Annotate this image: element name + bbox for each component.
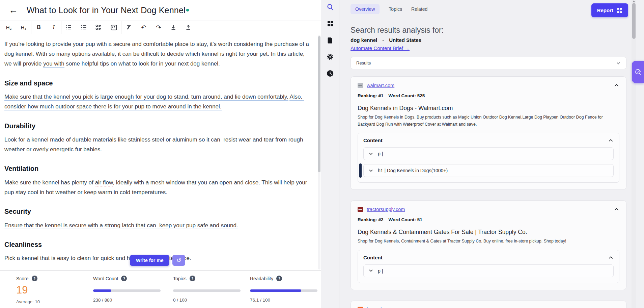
ai-writer-popup: Write for me ↺ bbox=[130, 255, 185, 266]
editor-scrollbar[interactable] bbox=[318, 35, 320, 270]
editor-scrollbar-thumb[interactable] bbox=[318, 36, 320, 172]
result-domain-link[interactable]: walmart.com bbox=[367, 83, 394, 88]
italic-button[interactable]: I bbox=[46, 21, 61, 34]
results-dropdown[interactable]: Results bbox=[351, 57, 626, 69]
content-tag-row[interactable]: p | bbox=[363, 147, 614, 160]
editor-heading: Durability bbox=[4, 120, 309, 132]
tractorsupply-favicon bbox=[358, 207, 363, 212]
editor-paragraph: Make sure the kennel has plenty of air f… bbox=[4, 178, 309, 197]
editor-paragraph: If you're looking to provide your pup wi… bbox=[4, 39, 309, 69]
rank-row: Ranking: #1 Word Count: 525 bbox=[358, 93, 619, 98]
task-list-icon[interactable] bbox=[91, 21, 106, 34]
text-segment: Look for a kennel made of durable materi… bbox=[4, 136, 305, 153]
blockquote-icon[interactable] bbox=[106, 21, 121, 34]
ai-undo-button[interactable]: ↺ bbox=[172, 255, 185, 266]
chevron-up-icon[interactable] bbox=[614, 206, 619, 212]
content-tag-row[interactable]: p | bbox=[363, 264, 614, 277]
chevron-up-icon[interactable] bbox=[608, 137, 614, 143]
query-region: United States bbox=[389, 37, 421, 43]
ordered-list-icon[interactable] bbox=[76, 21, 91, 34]
ai-assistant-fab[interactable] bbox=[632, 61, 644, 83]
editor-body[interactable]: If you're looking to provide your pup wi… bbox=[0, 34, 318, 270]
optimization-suggestion[interactable]: Make sure that the kennel you pick is la… bbox=[4, 94, 288, 101]
help-icon[interactable]: ? bbox=[32, 276, 37, 281]
document-editor: ← What to Look for in Your Next Dog Kenn… bbox=[0, 0, 321, 308]
search-icon[interactable] bbox=[326, 3, 335, 11]
card-header: tractorsupply.com bbox=[358, 206, 619, 212]
word-count-label: Word Count bbox=[93, 276, 118, 281]
readability-label: Readability bbox=[250, 276, 273, 281]
optimization-suggestion[interactable]: you with bbox=[43, 60, 64, 68]
tab-overview[interactable]: Overview bbox=[351, 4, 380, 14]
tab-topics[interactable]: Topics bbox=[389, 6, 402, 12]
back-arrow-icon[interactable]: ← bbox=[9, 6, 18, 15]
word-count-value: Word Count: 51 bbox=[389, 217, 422, 222]
card-header: homedepot.com bbox=[358, 307, 619, 308]
result-domain-link[interactable]: tractorsupply.com bbox=[367, 207, 405, 212]
redo-icon[interactable]: ↷ bbox=[151, 21, 166, 34]
result-description: Shop for Dog Kennels in Dogs. Buy produc… bbox=[358, 114, 619, 128]
readability-value: 76.1 / 100 bbox=[250, 298, 324, 303]
panel-scrollbar[interactable] bbox=[632, 0, 636, 308]
spellcheck-flag[interactable]: air flow bbox=[95, 179, 113, 186]
undo-icon[interactable]: ↶ bbox=[136, 21, 151, 34]
chevron-up-icon[interactable] bbox=[614, 307, 619, 308]
tab-related[interactable]: Related bbox=[411, 6, 427, 12]
word-count-metric: Word Count ? 238 / 880 bbox=[93, 276, 167, 303]
panel-scrollbar-thumb[interactable] bbox=[632, 3, 636, 39]
text-segment: Make sure the kennel has plenty of bbox=[4, 179, 95, 186]
collaborator-caret-dot bbox=[186, 9, 189, 11]
analysis-heading: Search results analysis for: bbox=[351, 26, 444, 35]
tool-rail bbox=[321, 0, 339, 308]
query-keyword: dog kennel bbox=[351, 37, 377, 43]
result-domain-link[interactable]: homedepot.com bbox=[367, 307, 402, 308]
write-for-me-button[interactable]: Write for me bbox=[130, 255, 169, 266]
upload-icon[interactable] bbox=[181, 21, 196, 34]
history-clock-icon[interactable] bbox=[326, 69, 335, 78]
optimization-suggestion[interactable]: Ensure that the kennel is secure with a … bbox=[4, 222, 238, 229]
selection-marker bbox=[359, 163, 362, 178]
expand-icon bbox=[617, 8, 622, 13]
ranking-value: Ranking: #1 bbox=[358, 93, 384, 98]
editor-paragraph: Make sure that the kennel you pick is la… bbox=[4, 92, 309, 111]
help-icon[interactable]: ? bbox=[121, 276, 127, 281]
chevron-up-icon[interactable] bbox=[608, 255, 614, 260]
help-icon[interactable]: ? bbox=[190, 276, 195, 281]
rank-row: Ranking: #2 Word Count: 51 bbox=[358, 217, 619, 222]
report-button[interactable]: Report bbox=[591, 3, 628, 17]
content-label: Content bbox=[363, 255, 383, 260]
bullet-list-icon[interactable] bbox=[61, 21, 76, 34]
content-tag-text: h1 | Dog Kennels in Dogs(1000+) bbox=[378, 168, 448, 173]
document-icon[interactable] bbox=[326, 36, 335, 45]
bold-button[interactable]: B bbox=[31, 21, 46, 34]
query-separator: - bbox=[382, 37, 384, 43]
editor-header: ← What to Look for in Your Next Dog Kenn… bbox=[0, 0, 321, 21]
chevron-down-icon[interactable] bbox=[368, 151, 373, 156]
settings-gear-icon[interactable] bbox=[326, 52, 335, 61]
automate-content-brief-link[interactable]: Automate Content Brief → bbox=[351, 45, 410, 51]
metrics-bar: Score ? 19 Average: 10 Word Count ? 238 … bbox=[0, 270, 321, 308]
editor-paragraph: Look for a kennel made of durable materi… bbox=[4, 135, 309, 154]
chevron-up-icon[interactable] bbox=[614, 82, 619, 88]
heading3-button[interactable]: H₃ bbox=[16, 21, 31, 34]
chevron-down-icon[interactable] bbox=[368, 268, 373, 273]
query-row: dog kennel - United States bbox=[351, 37, 421, 43]
topics-metric: Topics ? 0 / 100 bbox=[173, 276, 247, 303]
document-title[interactable]: What to Look for in Your Next Dog Kennel bbox=[27, 5, 186, 15]
brain-search-icon bbox=[634, 68, 642, 76]
scrollbar-up-arrow[interactable] bbox=[633, 0, 635, 2]
analysis-panel: Overview Topics Related Report Search re… bbox=[340, 0, 644, 308]
ranking-value: Ranking: #2 bbox=[358, 217, 384, 222]
homedepot-favicon bbox=[358, 307, 363, 308]
clear-format-icon[interactable] bbox=[121, 21, 136, 34]
topics-label: Topics bbox=[173, 276, 187, 281]
word-count-value: 238 / 880 bbox=[93, 298, 167, 303]
chevron-down-icon[interactable] bbox=[368, 168, 373, 173]
content-tag-row[interactable]: h1 | Dog Kennels in Dogs(1000+) bbox=[363, 164, 614, 177]
download-icon[interactable] bbox=[166, 21, 181, 34]
word-count-value: Word Count: 525 bbox=[389, 93, 425, 98]
apps-grid-icon[interactable] bbox=[326, 19, 335, 28]
heading2-button[interactable]: H₂ bbox=[1, 21, 16, 34]
content-box: Content p | bbox=[358, 250, 619, 283]
help-icon[interactable]: ? bbox=[276, 276, 282, 281]
